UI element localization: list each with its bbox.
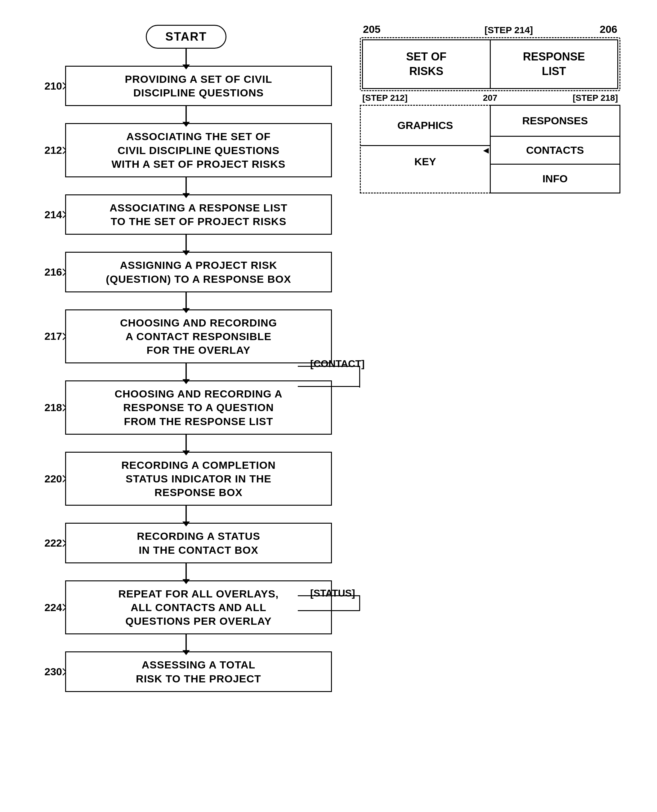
step-labels-row: 205 [STEP 214] 206 (360, 23, 620, 37)
step-214-box: ASSOCIATING A RESPONSE LIST TO THE SET O… (65, 194, 332, 235)
step-214-label: [STEP 214] (484, 25, 533, 35)
step-220-row: 220 RECORDING A COMPLETION STATUS INDICA… (37, 452, 335, 506)
lower-panels: GRAPHICS KEY RESPONSES CONTACTS ◄ INFO (360, 105, 620, 194)
step-216-box: ASSIGNING A PROJECT RISK (QUESTION) TO A… (65, 252, 332, 292)
contacts-box: CONTACTS ◄ (491, 137, 620, 165)
step-210-row: 210 PROVIDING A SET OF CIVIL DISCIPLINE … (37, 66, 335, 106)
step-218-label: [STEP 218] (573, 93, 618, 103)
num-205: 205 (363, 23, 381, 35)
step-212-box: ASSOCIATING THE SET OF CIVIL DISCIPLINE … (65, 123, 332, 177)
arrow-connector (185, 564, 187, 581)
responses-box: RESPONSES (491, 106, 620, 137)
arrow-connector (185, 363, 187, 380)
key-box: KEY (361, 146, 490, 177)
arrow-connector (185, 506, 187, 523)
status-annotation: [STATUS] (310, 587, 355, 599)
step-212-label: [STEP 212] (362, 93, 408, 103)
arrow-connector (185, 292, 187, 309)
left-lower-panel: GRAPHICS KEY (360, 105, 491, 194)
step-num-218: 218 (37, 402, 65, 414)
arrow-connector (185, 106, 187, 123)
start-node: START (146, 25, 226, 49)
step-num-210: 210 (37, 80, 65, 92)
num-206: 206 (599, 23, 617, 35)
right-lower-panel: RESPONSES CONTACTS ◄ INFO (491, 105, 621, 194)
response-list-box: RESPONSE LIST (491, 39, 618, 89)
flowchart-column: START 210 PROVIDING A SET OF CIVIL DISCI… (31, 25, 341, 692)
contact-line (298, 386, 360, 387)
step-220-box: RECORDING A COMPLETION STATUS INDICATOR … (65, 452, 332, 506)
top-panels: SET OF RISKS RESPONSE LIST (362, 39, 618, 89)
graphics-box: GRAPHICS (361, 106, 490, 146)
step-num-216: 216 (37, 266, 65, 278)
step-218-row: 218 CHOOSING AND RECORDING A RESPONSE TO… (37, 380, 335, 435)
step-214-row: 214 ASSOCIATING A RESPONSE LIST TO THE S… (37, 194, 335, 235)
arrow-connector (185, 235, 187, 252)
step-222-box: RECORDING A STATUS IN THE CONTACT BOX (65, 523, 332, 563)
step-210-box: PROVIDING A SET OF CIVIL DISCIPLINE QUES… (65, 66, 332, 106)
status-vertical-line (359, 595, 360, 611)
contacts-arrow: ◄ (481, 145, 491, 156)
step-224-row: 224 REPEAT FOR ALL OVERLAYS, ALL CONTACT… (37, 581, 335, 635)
step-num-212: 212 (37, 144, 65, 156)
right-panel: 205 [STEP 214] 206 SET OF RISKS RESPONSE… (360, 23, 620, 194)
set-of-risks-box: SET OF RISKS (362, 39, 491, 89)
contact-annotation: [CONTACT] (310, 358, 364, 370)
step-224-box: REPEAT FOR ALL OVERLAYS, ALL CONTACTS AN… (65, 581, 332, 635)
diagram-container: START 210 PROVIDING A SET OF CIVIL DISCI… (0, 0, 657, 812)
step-num-217: 217 (37, 330, 65, 342)
step-230-row: 230 ASSESSING A TOTAL RISK TO THE PROJEC… (37, 651, 335, 692)
step-230-box: ASSESSING A TOTAL RISK TO THE PROJECT (65, 651, 332, 692)
step-212-row: 212 ASSOCIATING THE SET OF CIVIL DISCIPL… (37, 123, 335, 177)
arrow-connector (185, 49, 187, 66)
step-216-row: 216 ASSIGNING A PROJECT RISK (QUESTION) … (37, 252, 335, 292)
step-222-row: 222 RECORDING A STATUS IN THE CONTACT BO… (37, 523, 335, 563)
step-num-230: 230 (37, 666, 65, 678)
step-217-row: 217 CHOOSING AND RECORDING A CONTACT RES… (37, 309, 335, 364)
info-box: INFO (491, 165, 620, 193)
step-num-214: 214 (37, 209, 65, 221)
step-num-220: 220 (37, 473, 65, 485)
arrow-connector (185, 177, 187, 194)
step-num-222: 222 (37, 537, 65, 549)
step-212-labels-row: [STEP 212] 207 [STEP 218] (360, 91, 620, 105)
status-line (298, 610, 360, 611)
step-217-box: CHOOSING AND RECORDING A CONTACT RESPONS… (65, 309, 332, 364)
num-207: 207 (483, 93, 498, 103)
arrow-connector (185, 435, 187, 452)
arrow-connector (185, 634, 187, 651)
step-num-224: 224 (37, 601, 65, 613)
step-218-box: CHOOSING AND RECORDING A RESPONSE TO A Q… (65, 380, 332, 435)
